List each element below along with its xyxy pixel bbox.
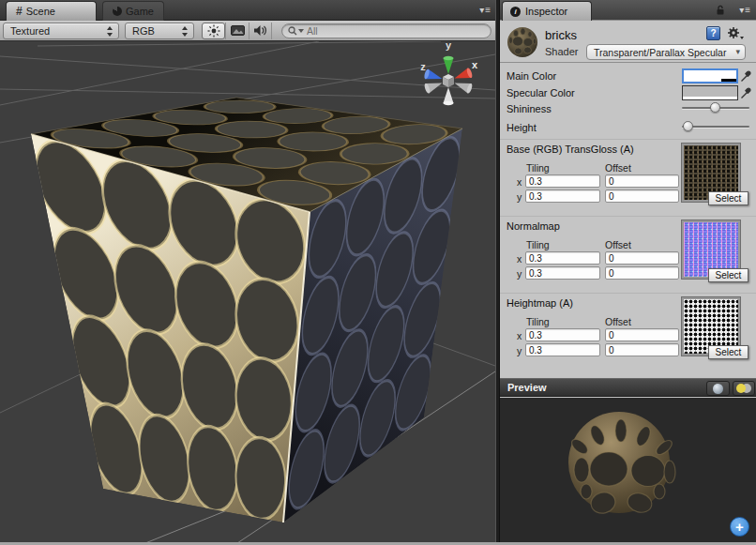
inspector-panel: i Inspector ▾≡ bbox=[500, 0, 756, 545]
tiling-y-field[interactable] bbox=[525, 266, 600, 280]
tiling-x-field[interactable] bbox=[525, 328, 600, 341]
scene-3d-view[interactable]: y x z bbox=[0, 41, 495, 545]
help-icon[interactable]: ? bbox=[706, 26, 720, 40]
color-mode-dropdown[interactable]: RGB bbox=[125, 23, 194, 39]
material-name: bricks bbox=[545, 28, 577, 42]
shininess-slider-handle[interactable] bbox=[710, 102, 720, 113]
alpha-bar bbox=[683, 97, 737, 99]
offset-x-field[interactable] bbox=[605, 251, 679, 265]
skybox-toggle-button[interactable] bbox=[225, 23, 249, 39]
offset-x-field[interactable] bbox=[605, 174, 679, 188]
gizmo-x-label: x bbox=[472, 59, 478, 70]
scene-tabbar: # Scene Game ▾≡ bbox=[0, 0, 495, 21]
shader-dropdown[interactable]: Transparent/Parallax Specular ▾ bbox=[586, 44, 746, 60]
inspector-pane-menu-icon[interactable]: ▾≡ bbox=[739, 5, 751, 15]
gizmo-axis-z[interactable] bbox=[423, 68, 444, 83]
select-button[interactable]: Select bbox=[708, 268, 748, 282]
chevron-down-icon: ▾ bbox=[735, 47, 740, 56]
preview-mesh-button[interactable] bbox=[706, 381, 730, 396]
material-header: bricks Shader Transparent/Parallax Specu… bbox=[500, 21, 756, 63]
stepper-arrows-icon bbox=[182, 26, 189, 37]
add-button[interactable]: + bbox=[730, 517, 749, 537]
tab-game[interactable]: Game bbox=[102, 1, 164, 21]
axis-gizmo[interactable]: y x z bbox=[420, 41, 478, 105]
texture-section-normalmap: Normalmap Tiling Offset x y Select bbox=[500, 216, 756, 293]
tab-inspector-label: Inspector bbox=[525, 6, 567, 17]
lighting-toggle-button[interactable] bbox=[202, 23, 225, 39]
gizmo-center-cube[interactable] bbox=[443, 74, 454, 87]
main-color-swatch[interactable] bbox=[682, 68, 738, 83]
textured-cube-object[interactable] bbox=[29, 98, 464, 524]
shininess-slider[interactable] bbox=[682, 102, 749, 114]
eyedropper-icon[interactable] bbox=[740, 86, 751, 101]
sun-icon bbox=[207, 24, 220, 38]
select-button[interactable]: Select bbox=[708, 191, 748, 205]
tiling-x-field[interactable] bbox=[525, 174, 600, 188]
tiling-x-field[interactable] bbox=[525, 251, 600, 265]
gizmo-z-label: z bbox=[420, 61, 426, 72]
preview-header[interactable]: Preview bbox=[500, 378, 756, 397]
eyedropper-icon[interactable] bbox=[740, 69, 751, 84]
section-title: Normalmap bbox=[507, 220, 560, 232]
scene-search[interactable] bbox=[281, 23, 491, 38]
scene-viewport[interactable]: y x z bbox=[0, 41, 495, 545]
gizmo-axis-neg-y[interactable] bbox=[444, 87, 454, 105]
search-filter-caret-icon bbox=[298, 29, 304, 33]
tab-game-label: Game bbox=[126, 6, 154, 17]
offset-x-field[interactable] bbox=[605, 328, 679, 341]
scene-grid-icon: # bbox=[16, 5, 23, 18]
scene-pane-menu-icon[interactable]: ▾≡ bbox=[479, 5, 491, 15]
material-sphere-thumbnail bbox=[506, 24, 539, 60]
row-y-label: y bbox=[517, 345, 522, 356]
speaker-icon bbox=[253, 24, 267, 37]
shininess-label: Shininess bbox=[507, 103, 552, 114]
preview-light-toggle[interactable] bbox=[733, 381, 755, 396]
draw-mode-value: Textured bbox=[10, 25, 50, 37]
gizmo-axis-x[interactable] bbox=[453, 68, 474, 83]
offset-y-field[interactable] bbox=[605, 343, 679, 356]
offset-y-field[interactable] bbox=[605, 266, 679, 280]
stepper-arrows-icon bbox=[107, 26, 113, 37]
row-y-label: y bbox=[517, 191, 522, 203]
gizmo-axis-y[interactable] bbox=[444, 56, 454, 74]
tiling-y-field[interactable] bbox=[525, 189, 600, 203]
offset-header: Offset bbox=[605, 316, 631, 327]
gizmo-axis-neg-z[interactable] bbox=[453, 78, 474, 94]
offset-header: Offset bbox=[605, 162, 631, 174]
scene-toolbar: Textured RGB bbox=[0, 21, 495, 41]
height-slider-handle[interactable] bbox=[683, 121, 693, 131]
sphere-icon bbox=[713, 384, 723, 394]
section-title: Base (RGB) TransGloss (A) bbox=[507, 144, 634, 155]
material-preview-area[interactable]: + bbox=[500, 398, 756, 545]
info-icon: i bbox=[510, 7, 521, 17]
image-icon bbox=[231, 25, 245, 36]
height-slider[interactable] bbox=[682, 121, 749, 132]
specular-color-control bbox=[682, 85, 753, 100]
search-icon bbox=[288, 26, 297, 36]
main-color-control bbox=[682, 68, 753, 83]
tab-inspector[interactable]: i Inspector bbox=[502, 1, 592, 21]
draw-mode-dropdown[interactable]: Textured bbox=[3, 23, 119, 39]
texture-section-heightmap: Heightmap (A) Tiling Offset x y Select bbox=[500, 293, 756, 370]
search-input[interactable] bbox=[307, 25, 466, 37]
lock-icon[interactable] bbox=[715, 5, 726, 18]
row-y-label: y bbox=[517, 268, 522, 280]
offset-header: Offset bbox=[605, 239, 631, 250]
tab-scene[interactable]: # Scene bbox=[6, 1, 97, 21]
tiling-header: Tiling bbox=[526, 162, 550, 174]
audio-toggle-button[interactable] bbox=[249, 23, 272, 39]
row-x-label: x bbox=[517, 330, 522, 341]
select-button[interactable]: Select bbox=[708, 345, 748, 359]
preview-sphere-render bbox=[500, 398, 756, 545]
tiling-y-field[interactable] bbox=[525, 343, 600, 356]
tiling-header: Tiling bbox=[526, 239, 550, 250]
texture-section-base: Base (RGB) TransGloss (A) Tiling Offset … bbox=[500, 139, 756, 216]
game-icon bbox=[113, 7, 122, 16]
offset-y-field[interactable] bbox=[605, 189, 679, 203]
shader-field-label: Shader bbox=[545, 46, 578, 57]
gear-icon[interactable] bbox=[726, 25, 745, 40]
specular-color-swatch[interactable] bbox=[682, 85, 738, 100]
row-x-label: x bbox=[517, 176, 522, 188]
unity-editor-window: # Scene Game ▾≡ Textured RGB bbox=[0, 0, 756, 545]
tab-scene-label: Scene bbox=[26, 6, 55, 17]
